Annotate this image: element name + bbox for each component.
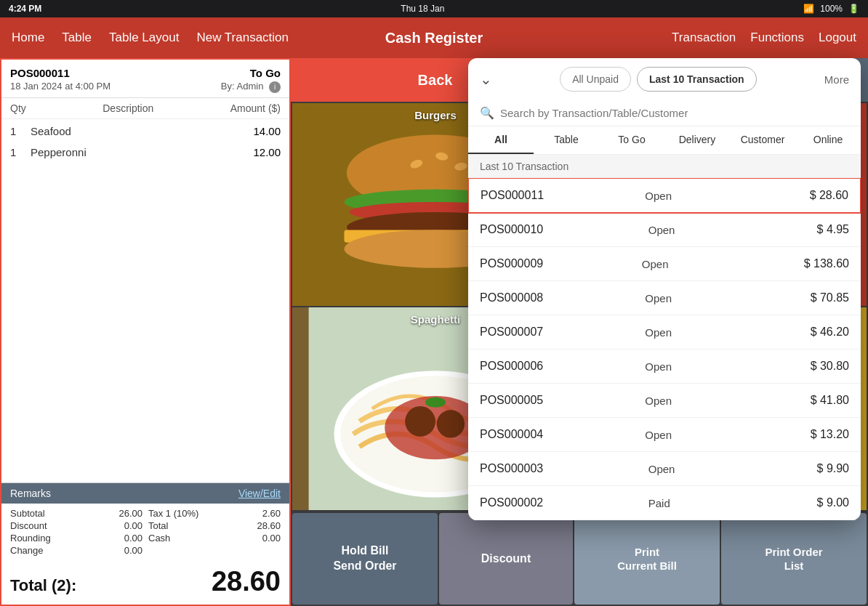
- time-display: 4:24 PM: [9, 4, 41, 14]
- transaction-id: POS000002: [480, 496, 648, 509]
- transaction-row[interactable]: POS000006 Open $ 30.80: [468, 350, 861, 384]
- all-unpaid-tab[interactable]: All Unpaid: [560, 67, 631, 92]
- transaction-id: POS000006: [480, 360, 645, 373]
- transaction-id: POS000005: [480, 394, 645, 407]
- col-qty: Qty: [10, 102, 26, 114]
- tax-value: 2.60: [257, 508, 281, 519]
- subtotal-value: 26.00: [118, 508, 142, 519]
- transaction-status: Paid: [648, 497, 817, 509]
- last10-tab[interactable]: Last 10 Transaction: [637, 67, 757, 92]
- transaction-id: POS000007: [480, 326, 645, 339]
- transaction-status: Open: [645, 326, 810, 339]
- rounding-label: Rounding: [10, 533, 113, 544]
- transaction-amount: $ 9.00: [817, 496, 849, 509]
- transaction-amount: $ 30.80: [811, 360, 849, 373]
- more-label[interactable]: More: [824, 73, 849, 86]
- search-bar: 🔍: [468, 100, 861, 126]
- nav-home[interactable]: Home: [12, 31, 44, 45]
- print-current-bill-button[interactable]: PrintCurrent Bill: [574, 513, 720, 605]
- transaction-amount: $ 41.80: [811, 394, 849, 407]
- transaction-row[interactable]: POS000010 Open $ 4.95: [468, 213, 861, 247]
- info-icon[interactable]: i: [269, 81, 281, 93]
- transaction-id: POS000010: [480, 223, 648, 236]
- receipt-date: 18 Jan 2024 at 4:00 PM: [10, 81, 110, 93]
- receipt-item: 1 Pepperonni 12.00: [10, 146, 281, 158]
- filter-customer[interactable]: Customer: [730, 126, 795, 154]
- col-description: Description: [103, 102, 153, 114]
- item-name-2: Pepperonni: [31, 146, 250, 158]
- grand-total-amount: 28.60: [212, 566, 281, 597]
- transaction-status: Open: [645, 395, 810, 407]
- print-order-list-button[interactable]: Print OrderList: [721, 513, 867, 605]
- search-input[interactable]: [500, 107, 849, 119]
- svg-point-29: [437, 410, 465, 437]
- transaction-amount: $ 28.60: [810, 189, 848, 202]
- rounding-value: 0.00: [118, 533, 142, 544]
- transaction-amount: $ 46.20: [811, 326, 849, 339]
- filter-online[interactable]: Online: [795, 126, 861, 154]
- nav-table-layout[interactable]: Table Layout: [109, 31, 179, 45]
- transaction-row[interactable]: POS000004 Open $ 13.20: [468, 418, 861, 452]
- transaction-row[interactable]: POS000008 Open $ 70.85: [468, 281, 861, 315]
- order-type: To Go: [250, 67, 281, 79]
- hold-bill-button[interactable]: Hold BillSend Order: [292, 513, 438, 605]
- filter-delivery[interactable]: Delivery: [664, 126, 730, 154]
- grand-total-row: Total (2): 28.60: [1, 560, 289, 605]
- nav-new-transaction[interactable]: New Transaction: [196, 31, 289, 45]
- cash-label: Cash: [148, 533, 251, 544]
- transaction-id: POS000004: [480, 428, 645, 441]
- filter-all[interactable]: All: [468, 126, 534, 154]
- transaction-status: Open: [648, 463, 817, 475]
- view-edit-button[interactable]: View/Edit: [238, 488, 281, 499]
- overlay-header: ⌄ All Unpaid Last 10 Transaction More: [468, 58, 861, 100]
- transaction-amount: $ 70.85: [811, 291, 849, 304]
- overlay-filter-tabs: All Unpaid Last 10 Transaction: [560, 67, 757, 92]
- transaction-row[interactable]: POS000007 Open $ 46.20: [468, 315, 861, 350]
- transaction-row[interactable]: POS000011 Open $ 28.60: [468, 178, 861, 214]
- discount-button[interactable]: Discount: [439, 513, 573, 605]
- nav-right: Transaction Functions Logout: [672, 31, 856, 45]
- bottom-action-buttons: Hold BillSend Order Discount PrintCurren…: [291, 512, 868, 606]
- transaction-id: POS000011: [481, 189, 645, 202]
- transaction-row[interactable]: POS000003 Open $ 9.90: [468, 452, 861, 486]
- receipt-items: 1 Seafood 14.00 1 Pepperonni 12.00: [1, 119, 289, 482]
- nav-transaction[interactable]: Transaction: [672, 31, 736, 45]
- transaction-status: Open: [648, 224, 817, 236]
- total-label: Total: [148, 520, 251, 531]
- discount-label: Discount: [10, 520, 113, 531]
- change-label: Change: [10, 545, 113, 556]
- item-name-1: Seafood: [31, 125, 250, 137]
- subtotal-label: Subtotal: [10, 508, 113, 519]
- nav-logout[interactable]: Logout: [819, 31, 856, 45]
- nav-table[interactable]: Table: [62, 31, 92, 45]
- chevron-down-icon[interactable]: ⌄: [480, 70, 492, 88]
- item-amount-1: 14.00: [253, 125, 281, 137]
- svg-point-28: [405, 406, 435, 437]
- date-display: Thu 18 Jan: [401, 4, 444, 14]
- section-label: Last 10 Transaction: [468, 155, 861, 178]
- change-value: 0.00: [118, 545, 142, 556]
- transaction-row[interactable]: POS000009 Open $ 138.60: [468, 247, 861, 281]
- receipt-by: By: Admin i: [221, 81, 281, 93]
- transaction-amount: $ 13.20: [811, 428, 849, 441]
- filter-togo[interactable]: To Go: [599, 126, 664, 154]
- transaction-status: Open: [645, 292, 810, 304]
- transaction-status: Open: [645, 429, 810, 441]
- discount-value: 0.00: [118, 520, 142, 531]
- transaction-row[interactable]: POS000005 Open $ 41.80: [468, 384, 861, 418]
- transaction-id: POS000003: [480, 462, 648, 475]
- transaction-row[interactable]: POS000002 Paid $ 9.00: [468, 486, 861, 520]
- status-bar: 4:24 PM Thu 18 Jan 📶 100% 🔋: [0, 0, 868, 17]
- receipt-column-headers: Qty Description Amount ($): [1, 98, 289, 119]
- battery-display: 100%: [820, 4, 843, 14]
- item-amount-2: 12.00: [253, 146, 281, 158]
- item-qty-1: 1: [10, 125, 28, 137]
- transaction-status: Open: [645, 190, 809, 202]
- nav-left: Home Table Table Layout New Transaction: [12, 31, 289, 45]
- nav-functions[interactable]: Functions: [750, 31, 804, 45]
- battery-icon: 🔋: [848, 4, 859, 14]
- filter-table[interactable]: Table: [534, 126, 599, 154]
- search-icon: 🔍: [480, 106, 494, 120]
- transaction-amount: $ 138.60: [804, 257, 849, 270]
- transaction-amount: $ 9.90: [817, 462, 849, 475]
